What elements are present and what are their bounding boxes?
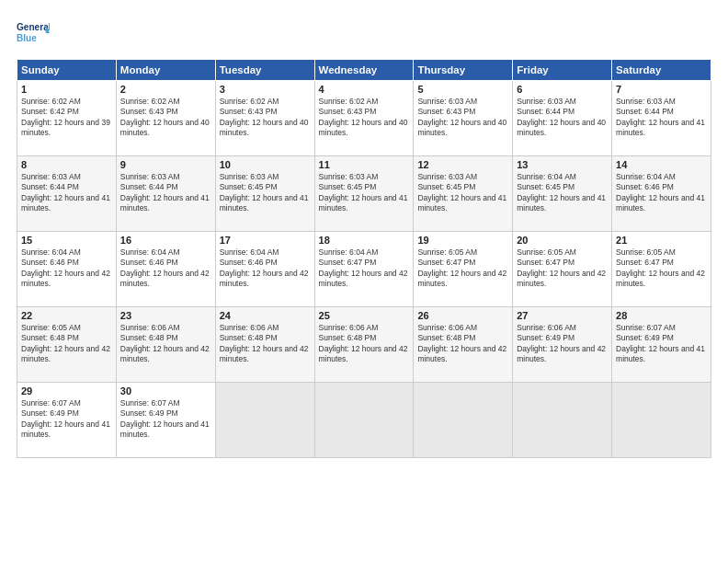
- cell-info: Sunrise: 6:04 AM Sunset: 6:46 PM Dayligh…: [120, 247, 211, 290]
- calendar-cell: 2 Sunrise: 6:02 AM Sunset: 6:43 PM Dayli…: [116, 81, 215, 156]
- calendar-cell: [414, 383, 513, 458]
- page: General Blue Sunday Monday Tuesday Wedne…: [0, 0, 728, 563]
- calendar-cell: 20 Sunrise: 6:05 AM Sunset: 6:47 PM Dayl…: [513, 232, 612, 307]
- calendar-cell: 16 Sunrise: 6:04 AM Sunset: 6:46 PM Dayl…: [116, 232, 215, 307]
- cell-info: Sunrise: 6:03 AM Sunset: 6:45 PM Dayligh…: [319, 172, 410, 214]
- cell-info: Sunrise: 6:07 AM Sunset: 6:49 PM Dayligh…: [21, 398, 112, 441]
- day-number: 19: [417, 235, 508, 246]
- cell-info: Sunrise: 6:02 AM Sunset: 6:43 PM Dayligh…: [220, 97, 311, 139]
- col-friday: Friday: [513, 60, 612, 81]
- day-number: 13: [517, 159, 608, 170]
- cell-info: Sunrise: 6:03 AM Sunset: 6:44 PM Dayligh…: [120, 172, 211, 214]
- calendar-cell: 25 Sunrise: 6:06 AM Sunset: 6:48 PM Dayl…: [314, 307, 414, 383]
- calendar-cell: 15 Sunrise: 6:04 AM Sunset: 6:46 PM Dayl…: [17, 232, 117, 307]
- calendar-cell: 18 Sunrise: 6:04 AM Sunset: 6:47 PM Dayl…: [314, 232, 414, 307]
- calendar-cell: 4 Sunrise: 6:02 AM Sunset: 6:43 PM Dayli…: [314, 81, 414, 156]
- col-saturday: Saturday: [612, 60, 711, 81]
- day-number: 11: [319, 159, 410, 170]
- day-number: 17: [220, 235, 311, 246]
- logo-icon: General Blue: [17, 17, 50, 50]
- calendar-cell: [314, 383, 414, 458]
- day-number: 23: [120, 310, 211, 321]
- calendar-cell: 28 Sunrise: 6:07 AM Sunset: 6:49 PM Dayl…: [612, 307, 711, 383]
- calendar-cell: 11 Sunrise: 6:03 AM Sunset: 6:45 PM Dayl…: [314, 156, 414, 232]
- cell-info: Sunrise: 6:02 AM Sunset: 6:43 PM Dayligh…: [319, 97, 410, 139]
- day-number: 4: [319, 84, 410, 95]
- day-number: 7: [616, 84, 707, 95]
- day-number: 9: [120, 159, 211, 170]
- header: General Blue: [17, 17, 711, 50]
- cell-info: Sunrise: 6:02 AM Sunset: 6:43 PM Dayligh…: [120, 97, 211, 139]
- calendar-cell: 1 Sunrise: 6:02 AM Sunset: 6:42 PM Dayli…: [17, 81, 117, 156]
- col-thursday: Thursday: [414, 60, 513, 81]
- day-number: 21: [616, 235, 707, 246]
- calendar-cell: 5 Sunrise: 6:03 AM Sunset: 6:43 PM Dayli…: [414, 81, 513, 156]
- calendar-table: Sunday Monday Tuesday Wednesday Thursday…: [17, 59, 711, 458]
- logo: General Blue: [17, 17, 50, 50]
- day-number: 8: [21, 159, 112, 170]
- calendar-cell: 13 Sunrise: 6:04 AM Sunset: 6:45 PM Dayl…: [513, 156, 612, 232]
- cell-info: Sunrise: 6:05 AM Sunset: 6:47 PM Dayligh…: [517, 247, 608, 290]
- cell-info: Sunrise: 6:04 AM Sunset: 6:47 PM Dayligh…: [319, 247, 410, 290]
- day-number: 20: [517, 235, 608, 246]
- calendar-cell: 3 Sunrise: 6:02 AM Sunset: 6:43 PM Dayli…: [215, 81, 314, 156]
- day-number: 1: [21, 84, 112, 95]
- cell-info: Sunrise: 6:06 AM Sunset: 6:48 PM Dayligh…: [417, 323, 508, 365]
- day-number: 24: [220, 310, 311, 321]
- calendar-cell: 22 Sunrise: 6:05 AM Sunset: 6:48 PM Dayl…: [17, 307, 117, 383]
- header-row: Sunday Monday Tuesday Wednesday Thursday…: [17, 60, 711, 81]
- day-number: 28: [616, 310, 707, 321]
- col-monday: Monday: [116, 60, 215, 81]
- day-number: 15: [21, 235, 112, 246]
- col-sunday: Sunday: [17, 60, 117, 81]
- cell-info: Sunrise: 6:06 AM Sunset: 6:48 PM Dayligh…: [220, 323, 311, 365]
- day-number: 22: [21, 310, 112, 321]
- col-wednesday: Wednesday: [314, 60, 414, 81]
- cell-info: Sunrise: 6:04 AM Sunset: 6:46 PM Dayligh…: [220, 247, 311, 290]
- day-number: 6: [517, 84, 608, 95]
- day-number: 29: [21, 385, 112, 396]
- cell-info: Sunrise: 6:07 AM Sunset: 6:49 PM Dayligh…: [616, 323, 707, 365]
- day-number: 3: [220, 84, 311, 95]
- calendar-cell: 27 Sunrise: 6:06 AM Sunset: 6:49 PM Dayl…: [513, 307, 612, 383]
- day-number: 27: [517, 310, 608, 321]
- calendar-cell: 9 Sunrise: 6:03 AM Sunset: 6:44 PM Dayli…: [116, 156, 215, 232]
- cell-info: Sunrise: 6:03 AM Sunset: 6:45 PM Dayligh…: [220, 172, 311, 214]
- day-number: 30: [120, 385, 211, 396]
- cell-info: Sunrise: 6:04 AM Sunset: 6:45 PM Dayligh…: [517, 172, 608, 214]
- cell-info: Sunrise: 6:05 AM Sunset: 6:48 PM Dayligh…: [21, 323, 112, 365]
- calendar-row: 8 Sunrise: 6:03 AM Sunset: 6:44 PM Dayli…: [17, 156, 711, 232]
- calendar-row: 1 Sunrise: 6:02 AM Sunset: 6:42 PM Dayli…: [17, 81, 711, 156]
- calendar-cell: 23 Sunrise: 6:06 AM Sunset: 6:48 PM Dayl…: [116, 307, 215, 383]
- day-number: 26: [417, 310, 508, 321]
- calendar-row: 29 Sunrise: 6:07 AM Sunset: 6:49 PM Dayl…: [17, 383, 711, 458]
- cell-info: Sunrise: 6:04 AM Sunset: 6:46 PM Dayligh…: [21, 247, 112, 290]
- calendar-cell: 7 Sunrise: 6:03 AM Sunset: 6:44 PM Dayli…: [612, 81, 711, 156]
- col-tuesday: Tuesday: [215, 60, 314, 81]
- day-number: 18: [319, 235, 410, 246]
- day-number: 10: [220, 159, 311, 170]
- calendar-cell: [612, 383, 711, 458]
- day-number: 25: [319, 310, 410, 321]
- calendar-cell: 17 Sunrise: 6:04 AM Sunset: 6:46 PM Dayl…: [215, 232, 314, 307]
- calendar-cell: 6 Sunrise: 6:03 AM Sunset: 6:44 PM Dayli…: [513, 81, 612, 156]
- calendar-cell: [513, 383, 612, 458]
- cell-info: Sunrise: 6:03 AM Sunset: 6:45 PM Dayligh…: [417, 172, 508, 214]
- day-number: 12: [417, 159, 508, 170]
- cell-info: Sunrise: 6:06 AM Sunset: 6:48 PM Dayligh…: [319, 323, 410, 365]
- calendar-cell: 14 Sunrise: 6:04 AM Sunset: 6:46 PM Dayl…: [612, 156, 711, 232]
- cell-info: Sunrise: 6:04 AM Sunset: 6:46 PM Dayligh…: [616, 172, 707, 214]
- calendar-cell: [215, 383, 314, 458]
- cell-info: Sunrise: 6:03 AM Sunset: 6:44 PM Dayligh…: [616, 97, 707, 139]
- cell-info: Sunrise: 6:03 AM Sunset: 6:43 PM Dayligh…: [417, 97, 508, 139]
- calendar-cell: 19 Sunrise: 6:05 AM Sunset: 6:47 PM Dayl…: [414, 232, 513, 307]
- day-number: 5: [417, 84, 508, 95]
- cell-info: Sunrise: 6:07 AM Sunset: 6:49 PM Dayligh…: [120, 398, 211, 441]
- calendar-row: 15 Sunrise: 6:04 AM Sunset: 6:46 PM Dayl…: [17, 232, 711, 307]
- calendar-cell: 8 Sunrise: 6:03 AM Sunset: 6:44 PM Dayli…: [17, 156, 117, 232]
- calendar-cell: 21 Sunrise: 6:05 AM Sunset: 6:47 PM Dayl…: [612, 232, 711, 307]
- cell-info: Sunrise: 6:03 AM Sunset: 6:44 PM Dayligh…: [21, 172, 112, 214]
- cell-info: Sunrise: 6:05 AM Sunset: 6:47 PM Dayligh…: [417, 247, 508, 290]
- cell-info: Sunrise: 6:06 AM Sunset: 6:48 PM Dayligh…: [120, 323, 211, 365]
- calendar-cell: 29 Sunrise: 6:07 AM Sunset: 6:49 PM Dayl…: [17, 383, 117, 458]
